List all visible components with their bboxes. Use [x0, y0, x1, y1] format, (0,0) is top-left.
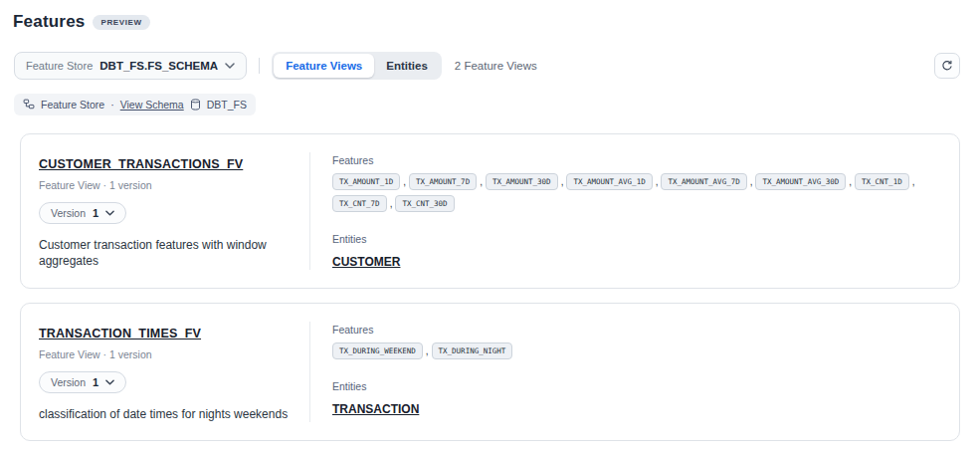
chip-separator: , [426, 345, 429, 356]
entities-label: Entities [332, 233, 939, 245]
entity-list: CUSTOMER [332, 252, 939, 270]
feature-chip: TX_CNT_7D [332, 195, 387, 212]
entities-label: Entities [332, 380, 939, 392]
chip-separator: , [390, 198, 393, 209]
breadcrumb: Feature Store · View Schema DBT_FS [14, 94, 256, 115]
feature-chip-item: TX_AMOUNT_1D, [332, 173, 409, 190]
feature-chip-item: TX_AMOUNT_30D, [486, 173, 566, 190]
feature-view-meta: Feature View · 1 version [39, 179, 299, 191]
feature-chip-item: TX_CNT_30D, [395, 195, 454, 212]
chip-separator: , [656, 176, 659, 187]
entities-block: Entities CUSTOMER [332, 233, 939, 270]
version-label: Version [51, 207, 86, 219]
breadcrumb-separator: · [110, 99, 114, 111]
feature-view-list: CUSTOMER_TRANSACTIONS_FV Feature View · … [20, 133, 960, 441]
feature-chip: TX_CNT_1D [855, 173, 909, 190]
view-switcher: Feature Views Entities [272, 52, 442, 80]
feature-view-title-link[interactable]: CUSTOMER_TRANSACTIONS_FV [39, 157, 243, 171]
version-value: 1 [93, 207, 98, 219]
schema-icon [23, 99, 35, 111]
chevron-down-icon [105, 210, 114, 216]
breadcrumb-database-name: DBT_FS [207, 99, 247, 111]
view-schema-link[interactable]: View Schema [120, 99, 184, 111]
chip-separator: , [912, 176, 915, 187]
feature-chip-item: TX_AMOUNT_AVG_1D, [566, 173, 661, 190]
features-chip-list: TX_AMOUNT_1D, TX_AMOUNT_7D, TX_AMOUNT_30… [332, 173, 939, 217]
feature-view-card: CUSTOMER_TRANSACTIONS_FV Feature View · … [20, 133, 960, 289]
toolbar: Feature Store DBT_FS.FS_SCHEMA Feature V… [14, 52, 960, 80]
version-selector[interactable]: Version 1 [39, 371, 126, 393]
feature-chip: TX_AMOUNT_AVG_7D [661, 173, 746, 190]
feature-chip-item: TX_DURING_NIGHT, [432, 342, 513, 359]
feature-view-title-link[interactable]: TRANSACTION_TIMES_FV [39, 327, 201, 340]
version-selector[interactable]: Version 1 [39, 202, 126, 224]
entities-block: Entities TRANSACTION [332, 380, 939, 417]
feature-chip-item: TX_CNT_1D, [855, 173, 917, 190]
entity-link[interactable]: TRANSACTION [332, 402, 419, 416]
chip-separator: , [849, 176, 852, 187]
feature-chip-item: TX_CNT_7D, [332, 195, 395, 212]
chip-separator: , [750, 176, 753, 187]
tab-entities[interactable]: Entities [374, 54, 440, 78]
refresh-icon [941, 60, 953, 72]
refresh-button[interactable] [934, 53, 960, 79]
card-summary: TRANSACTION_TIMES_FV Feature View · 1 ve… [21, 304, 309, 440]
preview-badge: PREVIEW [93, 15, 149, 30]
feature-chip: TX_DURING_NIGHT [432, 342, 513, 359]
card-details: Features TX_AMOUNT_1D, TX_AMOUNT_7D, TX_… [310, 134, 959, 288]
entity-link[interactable]: CUSTOMER [332, 255, 400, 269]
feature-store-selector[interactable]: Feature Store DBT_FS.FS_SCHEMA [14, 52, 247, 80]
feature-view-description: Customer transaction features with windo… [39, 237, 293, 269]
feature-chip: TX_AMOUNT_30D [486, 173, 558, 190]
card-details: Features TX_DURING_WEEKEND, TX_DURING_NI… [310, 304, 959, 440]
chevron-down-icon [105, 379, 114, 385]
features-label: Features [332, 324, 939, 336]
chevron-down-icon [225, 63, 235, 69]
version-label: Version [51, 376, 86, 388]
page-title: Features [13, 12, 85, 32]
version-value: 1 [93, 376, 98, 388]
database-icon [190, 99, 201, 111]
feature-view-card: TRANSACTION_TIMES_FV Feature View · 1 ve… [20, 303, 960, 441]
feature-chip-item: TX_DURING_WEEKEND, [332, 342, 432, 359]
features-label: Features [332, 154, 939, 166]
store-selector-label: Feature Store [26, 60, 93, 72]
breadcrumb-row: Feature Store · View Schema DBT_FS [14, 94, 980, 115]
feature-chip-item: TX_AMOUNT_7D, [409, 173, 486, 190]
feature-views-count: 2 Feature Views [455, 60, 537, 72]
card-summary: CUSTOMER_TRANSACTIONS_FV Feature View · … [21, 134, 309, 288]
feature-chip: TX_CNT_30D [395, 195, 454, 212]
features-chip-list: TX_DURING_WEEKEND, TX_DURING_NIGHT, [332, 342, 939, 364]
chip-separator: , [480, 176, 483, 187]
feature-chip-item: TX_AMOUNT_AVG_7D, [661, 173, 755, 190]
tab-feature-views[interactable]: Feature Views [274, 54, 374, 78]
feature-chip: TX_AMOUNT_1D [332, 173, 400, 190]
entity-list: TRANSACTION [332, 399, 939, 417]
feature-chip: TX_AMOUNT_AVG_1D [566, 173, 652, 190]
chip-separator: , [403, 176, 406, 187]
page-header: Features PREVIEW [0, 0, 980, 32]
feature-chip: TX_AMOUNT_AVG_30D [755, 173, 846, 190]
feature-chip: TX_DURING_WEEKEND [332, 342, 423, 359]
feature-view-meta: Feature View · 1 version [39, 348, 299, 360]
chip-separator: , [561, 176, 564, 187]
store-selector-value: DBT_FS.FS_SCHEMA [99, 60, 218, 72]
feature-chip: TX_AMOUNT_7D [409, 173, 477, 190]
feature-chip-item: TX_AMOUNT_AVG_30D, [755, 173, 855, 190]
breadcrumb-store-label: Feature Store [41, 99, 104, 111]
feature-view-description: classification of date times for nights … [39, 406, 293, 422]
toolbar-divider [259, 58, 260, 74]
